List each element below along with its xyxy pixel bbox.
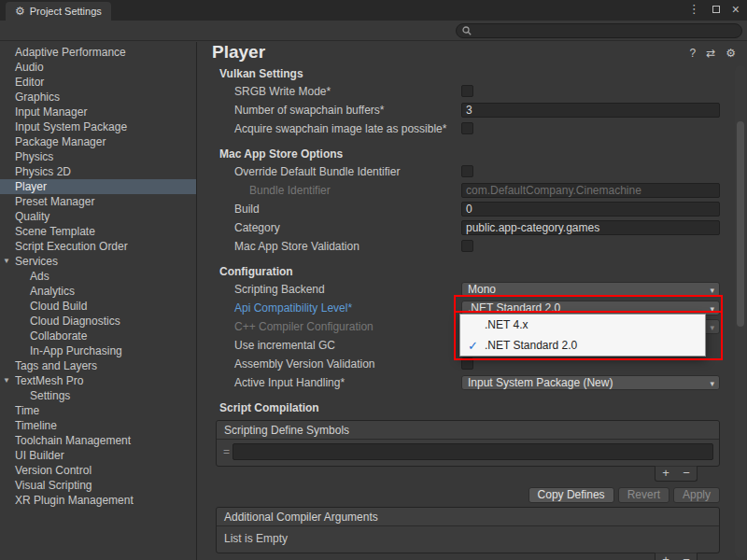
sidebar-item-preset-manager[interactable]: Preset Manager <box>0 194 196 209</box>
sidebar-item-label: Scene Template <box>15 225 95 238</box>
sidebar-item-package-manager[interactable]: Package Manager <box>0 134 196 149</box>
list-empty-text: List is Empty <box>220 530 713 547</box>
tab-project-settings[interactable]: ⚙ Project Settings <box>6 2 111 21</box>
remove-icon[interactable]: − <box>676 467 697 481</box>
property-row-active-input-handling: Active Input Handling*Input System Packa… <box>197 373 747 392</box>
sidebar-item-physics[interactable]: Physics <box>0 149 196 164</box>
popup-item-net-standard-2-0[interactable]: ✓.NET Standard 2.0 <box>460 335 705 356</box>
help-icon[interactable]: ? <box>689 47 696 60</box>
add-icon[interactable]: + <box>655 467 676 481</box>
sidebar-item-visual-scripting[interactable]: Visual Scripting <box>0 478 196 493</box>
sidebar-item-physics-2d[interactable]: Physics 2D <box>0 164 196 179</box>
sidebar-list: Adaptive PerformanceAudioEditorGraphicsI… <box>0 45 196 508</box>
gear-icon[interactable]: ⚙ <box>726 47 736 60</box>
scrollbar-thumb[interactable] <box>737 121 744 327</box>
sidebar-item-ads[interactable]: Ads <box>0 269 196 284</box>
property-label: Scripting Backend <box>234 283 325 296</box>
sidebar-item-graphics[interactable]: Graphics <box>0 90 196 105</box>
sidebar-item-label: Player <box>15 180 47 193</box>
search-input[interactable] <box>475 25 736 36</box>
sidebar-item-services[interactable]: ▼Services <box>0 254 196 269</box>
checkbox-mac-app-store-validation[interactable] <box>461 240 473 252</box>
property-label: Number of swapchain buffers* <box>234 104 385 117</box>
sidebar-item-quality[interactable]: Quality <box>0 209 196 224</box>
checkbox-srgb-write-mode[interactable] <box>461 85 473 97</box>
dropdown-scripting-backend[interactable]: Mono▾ <box>461 282 720 297</box>
search-box[interactable] <box>456 23 742 38</box>
popup-item-net-4-x[interactable]: ✓.NET 4.x <box>460 315 705 335</box>
sidebar-item-ui-builder[interactable]: UI Builder <box>0 448 196 463</box>
sidebar-item-cloud-diagnostics[interactable]: Cloud Diagnostics <box>0 314 196 329</box>
sidebar-item-xr-plugin-management[interactable]: XR Plugin Management <box>0 493 196 508</box>
search-icon <box>462 26 472 35</box>
sidebar-item-script-execution-order[interactable]: Script Execution Order <box>0 239 196 254</box>
sidebar-item-in-app-purchasing[interactable]: In-App Purchasing <box>0 343 196 358</box>
vertical-scrollbar[interactable] <box>735 65 746 558</box>
remove-icon[interactable]: − <box>676 553 697 560</box>
sidebar-item-label: Package Manager <box>15 135 106 148</box>
additional-compiler-arguments-title: Additional Compiler Arguments <box>217 508 719 526</box>
sidebar-item-label: Physics <box>15 150 53 163</box>
text-field-bundle-identifier[interactable]: com.DefaultCompany.Cinemachine <box>461 183 720 198</box>
foldout-arrow-icon[interactable]: ▼ <box>3 254 10 269</box>
sidebar-item-time[interactable]: Time <box>0 403 196 418</box>
close-icon[interactable]: × <box>732 3 740 16</box>
sidebar-item-player[interactable]: Player <box>0 179 196 194</box>
dropdown-value: Mono <box>468 283 496 296</box>
sidebar-item-textmesh-pro[interactable]: ▼TextMesh Pro <box>0 373 196 388</box>
property-row-override-default-bundle-identifier: Override Default Bundle Identifier <box>197 162 747 181</box>
sidebar-item-label: Analytics <box>30 285 75 298</box>
sidebar-item-tags-and-layers[interactable]: Tags and Layers <box>0 358 196 373</box>
sidebar-item-label: Graphics <box>15 91 60 104</box>
dropdown-value: .NET Standard 2.0 <box>468 301 560 315</box>
scripting-define-symbols-title: Scripting Define Symbols <box>217 421 719 440</box>
section-header-vulkan-settings: Vulkan Settings <box>197 65 747 82</box>
sidebar-item-version-control[interactable]: Version Control <box>0 463 196 478</box>
revert-button[interactable]: Revert <box>618 487 669 503</box>
sidebar-item-label: TextMesh Pro <box>15 374 83 387</box>
sidebar-item-toolchain-management[interactable]: Toolchain Management <box>0 433 196 448</box>
sidebar-item-settings[interactable]: Settings <box>0 388 196 403</box>
copy-defines-button[interactable]: Copy Defines <box>529 487 614 503</box>
drag-handle-icon[interactable]: = <box>220 445 233 458</box>
popup-item-label: .NET Standard 2.0 <box>485 339 577 352</box>
add-icon[interactable]: + <box>655 553 676 560</box>
maximize-icon[interactable] <box>712 6 720 13</box>
sidebar-item-adaptive-performance[interactable]: Adaptive Performance <box>0 45 196 60</box>
dropdown-active-input-handling[interactable]: Input System Package (New)▾ <box>461 375 720 390</box>
sidebar-item-audio[interactable]: Audio <box>0 60 196 75</box>
checkbox-assembly-version-validation[interactable] <box>461 357 473 370</box>
kebab-menu-icon[interactable]: ⋮ <box>688 2 700 16</box>
additional-compiler-arguments-box: Additional Compiler Arguments List is Em… <box>216 507 720 553</box>
sidebar-item-input-manager[interactable]: Input Manager <box>0 105 196 119</box>
checkbox-acquire-swapchain-image-late-as-possible[interactable] <box>461 122 473 134</box>
property-label: Mac App Store Validation <box>234 240 359 253</box>
text-field-category[interactable]: public.app-category.games <box>461 220 720 235</box>
sidebar-item-editor[interactable]: Editor <box>0 75 196 90</box>
checkbox-override-default-bundle-identifier[interactable] <box>461 165 473 177</box>
sidebar-item-label: Services <box>15 255 58 268</box>
sidebar-item-label: Preset Manager <box>15 195 94 208</box>
sidebar-item-label: Editor <box>15 76 44 89</box>
define-symbol-input[interactable] <box>233 443 713 460</box>
sidebar-item-label: XR Plugin Management <box>15 494 134 507</box>
presets-icon[interactable]: ⇄ <box>706 47 715 60</box>
property-row-srgb-write-mode: SRGB Write Mode* <box>197 82 747 101</box>
sidebar-item-label: Input Manager <box>15 105 87 119</box>
foldout-arrow-icon[interactable]: ▼ <box>3 373 10 388</box>
sidebar-item-input-system-package[interactable]: Input System Package <box>0 119 196 134</box>
property-label: Override Default Bundle Identifier <box>234 165 400 178</box>
property-label: Api Compatibility Level* <box>234 301 352 315</box>
sidebar-item-analytics[interactable]: Analytics <box>0 284 196 299</box>
settings-rows: Vulkan SettingsSRGB Write Mode*Number of… <box>197 65 747 416</box>
text-field-number-of-swapchain-buffers[interactable]: 3 <box>461 103 720 118</box>
panel-header: Player ? ⇄ ⚙ <box>197 41 747 63</box>
sidebar-item-timeline[interactable]: Timeline <box>0 418 196 433</box>
sidebar-item-cloud-build[interactable]: Cloud Build <box>0 299 196 314</box>
sidebar-item-scene-template[interactable]: Scene Template <box>0 224 196 239</box>
apply-button[interactable]: Apply <box>673 487 720 503</box>
project-settings-window: ⚙ Project Settings ⋮ × Adaptive Performa… <box>0 0 747 560</box>
property-row-category: Categorypublic.app-category.games <box>197 218 747 237</box>
sidebar-item-collaborate[interactable]: Collaborate <box>0 329 196 343</box>
text-field-build[interactable]: 0 <box>461 202 720 217</box>
